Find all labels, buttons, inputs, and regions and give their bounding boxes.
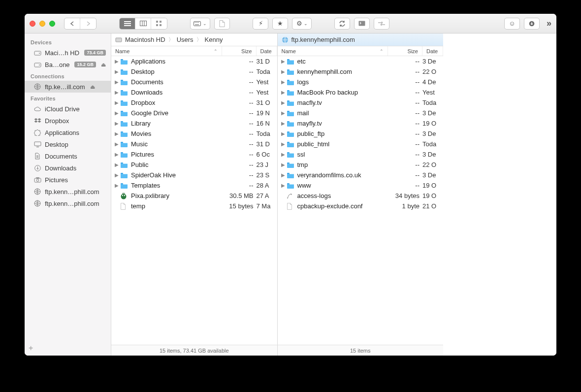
- disclosure-triangle[interactable]: ▶: [280, 141, 287, 147]
- sidebar-item[interactable]: Downloads: [25, 162, 111, 174]
- disclosure-triangle[interactable]: ▶: [280, 69, 287, 74]
- sidebar-item[interactable]: Maci…h HD73.4 GB: [25, 47, 111, 59]
- download-button[interactable]: [524, 18, 540, 30]
- disclosure-triangle[interactable]: ▶: [113, 110, 120, 116]
- file-row[interactable]: ▶Library--16 N: [111, 118, 277, 129]
- disclosure-triangle[interactable]: ▶: [113, 79, 120, 85]
- file-row[interactable]: ▶Templates--28 A: [111, 180, 277, 191]
- breadcrumb-item[interactable]: Users: [177, 36, 194, 43]
- disclosure-triangle[interactable]: ▶: [113, 69, 120, 74]
- disclosure-triangle[interactable]: ▶: [113, 152, 120, 157]
- sidebar-item[interactable]: Documents: [25, 150, 111, 162]
- breadcrumb[interactable]: Macintosh HD〉Users〉Kenny: [111, 33, 277, 46]
- sidebar-item[interactable]: iCloud Drive: [25, 103, 111, 115]
- breadcrumb[interactable]: ftp.kennyhemphill.com: [278, 33, 444, 46]
- file-row[interactable]: ▶SpiderOak Hive--23 S: [111, 170, 277, 180]
- column-header-date[interactable]: Date: [422, 46, 443, 56]
- breadcrumb-item[interactable]: ftp.kennyhemphill.com: [291, 36, 355, 43]
- transfer-button[interactable]: [374, 18, 389, 30]
- file-row[interactable]: ▶macfly.tv--Toda: [278, 98, 444, 108]
- eject-icon[interactable]: ⏏: [101, 62, 106, 68]
- disclosure-triangle[interactable]: ▶: [280, 110, 287, 116]
- disclosure-triangle[interactable]: ▶: [113, 183, 120, 188]
- file-row[interactable]: ▶logs--4 De: [278, 77, 444, 87]
- quick-action-button[interactable]: ⚡︎: [253, 18, 268, 30]
- disclosure-triangle[interactable]: ▶: [280, 59, 287, 64]
- toolbar-overflow-button[interactable]: »: [547, 18, 551, 29]
- sidebar-item[interactable]: Dropbox: [25, 115, 111, 127]
- back-button[interactable]: [65, 18, 80, 29]
- file-row[interactable]: ▶Documents--Yest: [111, 77, 277, 87]
- file-row[interactable]: ▶etc--3 De: [278, 56, 444, 66]
- breadcrumb-item[interactable]: Macintosh HD: [125, 36, 165, 43]
- breadcrumb-item[interactable]: Kenny: [205, 36, 223, 43]
- disclosure-triangle[interactable]: ▶: [280, 131, 287, 136]
- disclosure-triangle[interactable]: ▶: [113, 59, 120, 64]
- file-list[interactable]: ▶etc--3 De▶kennyhemphill.com--22 O▶logs-…: [278, 56, 444, 345]
- column-header-date[interactable]: Date: [257, 46, 277, 56]
- close-window-button[interactable]: [30, 21, 35, 27]
- column-header-name[interactable]: Name⌃: [111, 46, 222, 56]
- sidebar-item[interactable]: Applications: [25, 127, 111, 138]
- file-row[interactable]: ▶ssl--3 De: [278, 149, 444, 160]
- file-row[interactable]: ▶Desktop--Toda: [111, 66, 277, 77]
- sidebar-item[interactable]: Pictures: [25, 174, 111, 186]
- disclosure-triangle[interactable]: ▶: [113, 141, 120, 147]
- disclosure-triangle[interactable]: ▶: [113, 172, 120, 178]
- file-row[interactable]: ▶Downloads--Yest: [111, 87, 277, 98]
- disclosure-triangle[interactable]: ▶: [280, 90, 287, 95]
- disclosure-triangle[interactable]: ▶: [113, 131, 120, 136]
- new-file-button[interactable]: [214, 18, 230, 30]
- file-row[interactable]: ▶public_html--Toda: [278, 139, 444, 149]
- zoom-window-button[interactable]: [49, 21, 55, 27]
- column-header-name[interactable]: Name⌃: [278, 46, 388, 56]
- file-row[interactable]: ▶Google Drive--19 N: [111, 108, 277, 118]
- file-row[interactable]: ▶tmp--22 O: [278, 160, 444, 170]
- eject-icon[interactable]: ⏏: [90, 84, 95, 90]
- sidebar-item[interactable]: ftp.ke…ill.com⏏: [25, 81, 111, 93]
- sync-button[interactable]: [334, 18, 350, 30]
- disclosure-triangle[interactable]: ▶: [280, 121, 287, 126]
- disclosure-triangle[interactable]: ▶: [280, 100, 287, 105]
- file-row[interactable]: ▶public_ftp--3 De: [278, 129, 444, 139]
- file-row[interactable]: ▶Movies--Toda: [111, 129, 277, 139]
- favorite-button[interactable]: ★: [272, 18, 288, 30]
- view-list-button[interactable]: [120, 18, 135, 29]
- file-row[interactable]: ▶Dropbox--31 O: [111, 98, 277, 108]
- disclosure-triangle[interactable]: ▶: [280, 79, 287, 85]
- terminal-button[interactable]: [354, 18, 370, 30]
- minimize-window-button[interactable]: [39, 21, 45, 27]
- file-row[interactable]: ▶Pictures--6 Oc: [111, 149, 277, 160]
- sidebar-item[interactable]: ftp.kenn…phill.com: [25, 186, 111, 197]
- file-row[interactable]: ▶Applications--31 D: [111, 56, 277, 66]
- file-row[interactable]: ▶MacBook Pro backup--Yest: [278, 87, 444, 98]
- disclosure-triangle[interactable]: ▶: [113, 100, 120, 105]
- file-row[interactable]: Pixa.pxlibrary30.5 MB27 A: [111, 191, 277, 201]
- forward-button[interactable]: [80, 18, 96, 29]
- file-row[interactable]: temp15 bytes7 Ma: [111, 201, 277, 211]
- file-list[interactable]: ▶Applications--31 D▶Desktop--Toda▶Docume…: [111, 56, 277, 345]
- file-row[interactable]: access-logs34 bytes19 O: [278, 191, 444, 201]
- file-row[interactable]: ▶mayfly.tv--19 O: [278, 118, 444, 129]
- sidebar-item[interactable]: Ba…one15.2 GB⏏: [25, 59, 111, 70]
- keyboard-dropdown-button[interactable]: ⌄: [190, 18, 210, 30]
- file-row[interactable]: cpbackup-exclude.conf1 byte21 O: [278, 201, 444, 211]
- disclosure-triangle[interactable]: ▶: [280, 172, 287, 178]
- file-row[interactable]: ▶www--19 O: [278, 180, 444, 191]
- view-icons-button[interactable]: [151, 18, 167, 29]
- emoji-button[interactable]: ☺︎: [504, 18, 520, 30]
- column-header-size[interactable]: Size: [222, 46, 257, 56]
- file-row[interactable]: ▶veryrandomfilms.co.uk--3 De: [278, 170, 444, 180]
- file-row[interactable]: ▶kennyhemphill.com--22 O: [278, 66, 444, 77]
- file-row[interactable]: ▶mail--3 De: [278, 108, 444, 118]
- gear-dropdown-button[interactable]: ⚙︎⌄: [292, 18, 312, 30]
- sidebar-item[interactable]: ftp.kenn…phill.com: [25, 197, 111, 209]
- disclosure-triangle[interactable]: ▶: [113, 121, 120, 126]
- column-header-size[interactable]: Size: [388, 46, 422, 56]
- add-favorite-button[interactable]: +: [29, 344, 33, 353]
- view-columns-button[interactable]: [135, 18, 151, 29]
- disclosure-triangle[interactable]: ▶: [280, 183, 287, 188]
- disclosure-triangle[interactable]: ▶: [113, 90, 120, 95]
- file-row[interactable]: ▶Music--31 D: [111, 139, 277, 149]
- file-row[interactable]: ▶Public--23 J: [111, 160, 277, 170]
